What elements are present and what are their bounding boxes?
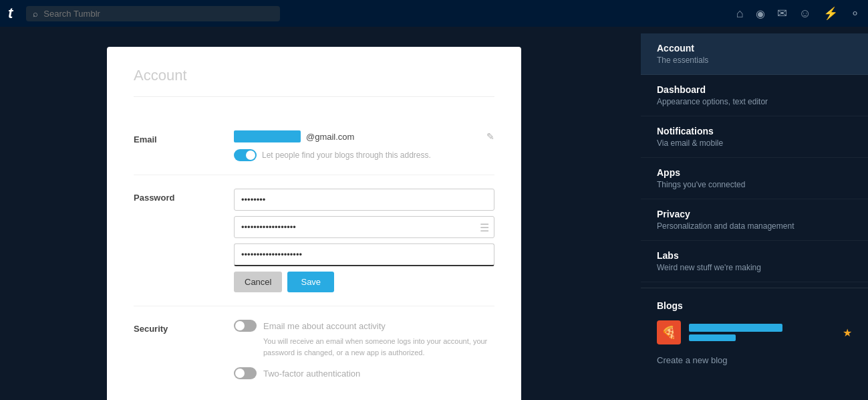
- sidebar-account-sub: The essentials: [657, 56, 852, 65]
- sidebar-account-title: Account: [657, 43, 852, 54]
- two-factor-toggle[interactable]: [234, 367, 257, 379]
- sidebar: Account The essentials Dashboard Appeara…: [641, 27, 868, 400]
- settings-card: Account Email @gmail.com ✎ Let people fi…: [107, 47, 521, 400]
- sidebar-apps-title: Apps: [657, 167, 852, 178]
- sidebar-labs-title: Labs: [657, 250, 852, 261]
- security-fields: Email me about account activity You will…: [234, 320, 494, 379]
- blog-name-bar: [689, 324, 782, 332]
- sidebar-divider: [641, 288, 868, 288]
- home-icon[interactable]: ⌂: [736, 7, 744, 21]
- activity-icon[interactable]: ⚡: [823, 6, 838, 21]
- blog-name-bar2: [689, 334, 736, 341]
- sidebar-privacy-title: Privacy: [657, 209, 852, 219]
- account-icon[interactable]: ☺: [799, 7, 811, 21]
- nav-icons: ⌂ ◉ ✉ ☺ ⚡ ⚬: [736, 6, 860, 21]
- sidebar-item-apps[interactable]: Apps Things you've connected: [641, 158, 868, 199]
- blog-avatar-icon: 🍕: [662, 325, 676, 340]
- email-label: Email: [134, 130, 214, 161]
- blog-primary-star: ★: [843, 326, 852, 339]
- search-icon: ⌕: [33, 9, 38, 19]
- password-label: Password: [134, 189, 214, 292]
- sidebar-dashboard-sub: Appearance options, text editor: [657, 97, 852, 106]
- email-section: Email @gmail.com ✎ Let people find your …: [134, 117, 494, 175]
- security-section: Security Email me about account activity…: [134, 306, 494, 393]
- sidebar-apps-sub: Things you've connected: [657, 180, 852, 189]
- sidebar-item-privacy[interactable]: Privacy Personalization and data managem…: [641, 199, 868, 241]
- new-password-input[interactable]: [234, 216, 494, 238]
- two-factor-label: Two-factor authentication: [263, 369, 360, 379]
- page-title: Account: [134, 67, 494, 97]
- user-menu-icon[interactable]: ⚬: [850, 6, 860, 21]
- main-layout: Account Email @gmail.com ✎ Let people fi…: [0, 27, 868, 400]
- sidebar-item-dashboard[interactable]: Dashboard Appearance options, text edito…: [641, 75, 868, 116]
- blog-item[interactable]: 🍕 ★: [641, 315, 868, 350]
- explore-icon[interactable]: ◉: [756, 7, 765, 20]
- sidebar-item-notifications[interactable]: Notifications Via email & mobile: [641, 116, 868, 158]
- email-masked: [234, 130, 301, 142]
- blogs-section-title: Blogs: [641, 294, 868, 315]
- email-toggle-label: Let people find your blogs through this …: [262, 151, 431, 160]
- mail-icon[interactable]: ✉: [777, 6, 787, 21]
- email-find-toggle[interactable]: [234, 149, 257, 161]
- email-value-row: @gmail.com ✎: [234, 130, 494, 142]
- security-label: Security: [134, 320, 214, 379]
- sidebar-privacy-sub: Personalization and data management: [657, 221, 852, 231]
- password-fields: ☰ Cancel Save: [234, 189, 494, 292]
- password-section: Password ☰ Cancel Save: [134, 175, 494, 306]
- scroll-indicator-icon: ☰: [480, 221, 489, 233]
- create-new-blog-link[interactable]: Create a new blog: [641, 350, 868, 371]
- email-activity-label: Email me about account activity: [263, 321, 386, 331]
- confirm-password-wrapper: [234, 243, 494, 266]
- two-factor-row: Two-factor authentication: [234, 367, 494, 379]
- content-area: Account Email @gmail.com ✎ Let people fi…: [0, 27, 641, 400]
- email-toggle-row: Let people find your blogs through this …: [234, 149, 494, 161]
- save-button[interactable]: Save: [287, 272, 334, 292]
- sidebar-labs-sub: Weird new stuff we're making: [657, 263, 852, 272]
- sidebar-item-account[interactable]: Account The essentials: [641, 33, 868, 75]
- search-box: ⌕: [26, 6, 280, 21]
- new-password-wrapper: ☰: [234, 216, 494, 238]
- top-navigation: t ⌕ ⌂ ◉ ✉ ☺ ⚡ ⚬: [0, 0, 868, 27]
- email-activity-row: Email me about account activity: [234, 320, 494, 332]
- password-buttons: Cancel Save: [234, 272, 494, 292]
- sidebar-notifications-sub: Via email & mobile: [657, 138, 852, 148]
- email-activity-desc: You will receive an email when someone l…: [263, 336, 494, 358]
- sidebar-item-labs[interactable]: Labs Weird new stuff we're making: [641, 241, 868, 282]
- email-fields: @gmail.com ✎ Let people find your blogs …: [234, 130, 494, 161]
- current-password-input[interactable]: [234, 189, 494, 211]
- email-activity-toggle[interactable]: [234, 320, 257, 332]
- cancel-button[interactable]: Cancel: [234, 272, 282, 292]
- blog-avatar: 🍕: [657, 320, 681, 344]
- email-domain: @gmail.com: [306, 132, 354, 142]
- sidebar-dashboard-title: Dashboard: [657, 84, 852, 95]
- confirm-password-input[interactable]: [234, 243, 494, 266]
- tumblr-logo[interactable]: t: [8, 6, 13, 21]
- search-input[interactable]: [43, 9, 273, 19]
- edit-email-button[interactable]: ✎: [486, 131, 494, 142]
- blog-info: [689, 324, 835, 341]
- sidebar-notifications-title: Notifications: [657, 126, 852, 136]
